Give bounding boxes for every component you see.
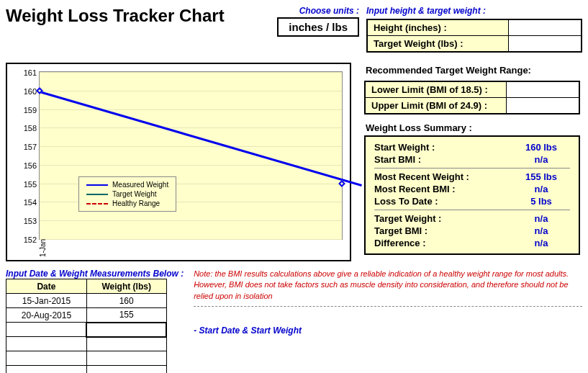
y-tick: 160 (18, 87, 37, 96)
legend-item: Target Weight (112, 190, 157, 198)
weight-cell[interactable]: 155 (86, 308, 166, 323)
input-ht-header: Input height & target weight : (366, 6, 582, 16)
measured-weight-line (40, 91, 363, 186)
measurements-table: Date Weight (lbs) 15-Jan-2015160 20-Aug-… (6, 279, 167, 373)
summary-header: Weight Loss Summary : (364, 120, 580, 135)
table-row: 15-Jan-2015160 (6, 294, 167, 308)
target-weight-input[interactable] (509, 36, 581, 51)
bmi-footnote: Note: the BMI results calculations above… (194, 269, 582, 302)
recent-weight-value: 155 lbs (512, 171, 570, 182)
y-tick: 152 (18, 235, 37, 244)
weight-cell[interactable] (86, 351, 166, 366)
weight-cell[interactable] (86, 337, 166, 351)
units-selector[interactable]: inches / lbs (277, 17, 359, 37)
col-weight-header: Weight (lbs) (86, 279, 166, 294)
table-row (6, 323, 167, 337)
plot-area: 161 160 159 158 157 156 155 154 153 152 … (39, 71, 343, 240)
y-tick: 159 (18, 106, 37, 114)
date-cell[interactable]: 20-Aug-2015 (6, 308, 87, 323)
target-bmi-label: Target BMI : (374, 225, 512, 236)
target-weight-label: Target Weight (lbs) : (368, 36, 509, 51)
lower-limit-value (507, 82, 579, 97)
height-label: Height (inches) : (368, 20, 509, 35)
x-tick: 1-Jan (39, 239, 47, 257)
lower-limit-label: Lower Limit (BMI of 18.5) : (366, 82, 507, 97)
date-cell[interactable]: 15-Jan-2015 (6, 294, 87, 308)
table-row (6, 337, 167, 351)
y-tick: 157 (18, 143, 37, 151)
weight-cell[interactable] (86, 366, 166, 374)
loss-to-date-value: 5 lbs (512, 196, 570, 207)
y-tick: 155 (18, 180, 37, 189)
start-bmi-value: n/a (512, 154, 570, 165)
y-tick: 153 (18, 217, 37, 225)
difference-label: Difference : (374, 238, 512, 248)
target-weight-sum-value: n/a (512, 213, 570, 224)
y-tick: 156 (18, 161, 37, 170)
col-date-header: Date (6, 279, 87, 294)
target-weight-sum-label: Target Weight : (374, 213, 512, 224)
start-bmi-label: Start BMI : (374, 154, 512, 165)
loss-to-date-label: Loss To Date : (374, 196, 512, 207)
summary-panel: Start Weight :160 lbs Start BMI :n/a Mos… (364, 135, 580, 255)
upper-limit-value (507, 98, 579, 113)
chart-legend: Measured Weight Target Weight Healthy Ra… (78, 176, 176, 212)
legend-item: Measured Weight (112, 181, 168, 189)
y-tick: 158 (18, 124, 37, 132)
y-tick: 161 (18, 68, 37, 77)
start-hint: - Start Date & Start Weight (194, 325, 582, 336)
target-bmi-value: n/a (512, 225, 570, 236)
difference-value: n/a (512, 238, 570, 248)
upper-limit-label: Upper Limit (BMI of 24.9) : (366, 98, 507, 113)
height-input[interactable] (509, 20, 581, 35)
page-title: Weight Loss Tracker Chart (6, 6, 270, 26)
weight-cell[interactable] (86, 323, 166, 337)
units-label: Choose units : (277, 6, 359, 16)
divider (194, 306, 582, 307)
weight-chart: 161 160 159 158 157 156 155 154 153 152 … (6, 63, 351, 261)
measurements-header: Input Date & Weight Measurements Below : (6, 269, 184, 279)
target-range-header: Recommended Target Weight Range: (364, 63, 580, 78)
input-panel: Height (inches) : Target Weight (lbs) : (366, 19, 582, 53)
start-weight-label: Start Weight : (374, 142, 512, 153)
date-cell[interactable] (6, 323, 87, 337)
table-row (6, 351, 167, 366)
y-tick: 154 (18, 198, 37, 207)
table-row (6, 366, 167, 374)
target-range-panel: Lower Limit (BMI of 18.5) : Upper Limit … (364, 81, 580, 114)
date-cell[interactable] (6, 351, 87, 366)
recent-bmi-value: n/a (512, 184, 570, 194)
table-row: 20-Aug-2015155 (6, 308, 167, 323)
legend-item: Healthy Range (112, 199, 160, 207)
start-weight-value: 160 lbs (512, 142, 570, 153)
date-cell[interactable] (6, 337, 87, 351)
weight-cell[interactable]: 160 (86, 294, 166, 308)
recent-weight-label: Most Recent Weight : (374, 171, 512, 182)
recent-bmi-label: Most Recent BMI : (374, 184, 512, 194)
date-cell[interactable] (6, 366, 87, 374)
